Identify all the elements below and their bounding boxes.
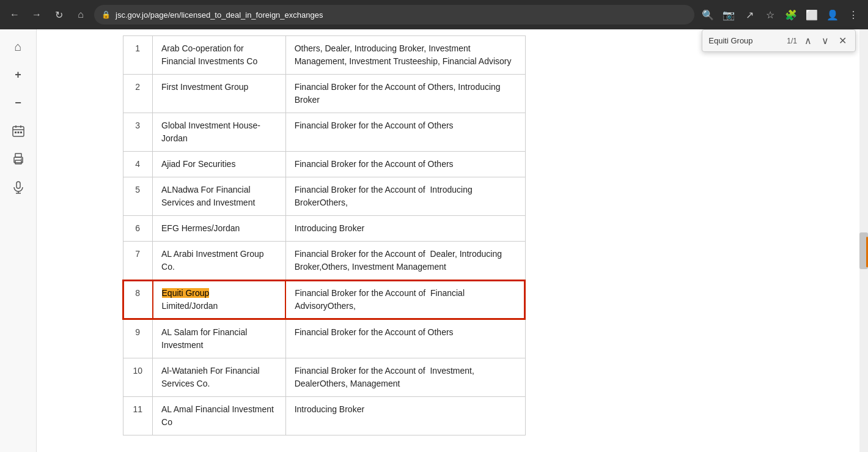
sidebar-calendar-icon[interactable] (7, 120, 29, 142)
window-button[interactable]: ⬜ (803, 6, 820, 23)
company-type: Financial Broker for the Account of Inve… (285, 358, 525, 397)
company-name: AL Salam for Financial Investment (153, 319, 286, 358)
row-number: 10 (123, 358, 153, 397)
svg-point-10 (21, 158, 22, 160)
table-row: 9 AL Salam for Financial Investment Fina… (123, 319, 525, 358)
profile-button[interactable]: 👤 (824, 6, 841, 23)
sidebar-home-icon[interactable]: ⌂ (7, 35, 29, 57)
extensions-button[interactable]: 🧩 (782, 6, 800, 23)
company-type: Financial Broker for the Account of Othe… (285, 113, 525, 152)
company-type: Financial Broker for the Account of Othe… (285, 75, 525, 113)
svg-rect-9 (15, 160, 21, 164)
highlighted-company-name: Equiti Group (162, 288, 210, 298)
company-type: Financial Broker for the Account of Fina… (285, 280, 525, 319)
svg-rect-6 (20, 132, 22, 133)
table-row: 2 First Investment Group Financial Broke… (123, 75, 525, 113)
search-lens-button[interactable]: 🔍 (699, 6, 716, 23)
sidebar-zoom-out-icon[interactable]: − (7, 92, 29, 114)
home-button[interactable]: ⌂ (72, 6, 89, 23)
find-count: 1/1 (787, 37, 797, 45)
company-name: AL Arabi Investment Group Co. (153, 242, 286, 281)
table-row: 3 Global Investment House-Jordan Financi… (123, 113, 525, 152)
table-row-highlighted: 8 Equiti Group Limited/Jordan Financial … (123, 280, 525, 319)
company-type: Financial Broker for the Account of Intr… (285, 177, 525, 216)
main-table: 1 Arab Co-operation for Financial Invest… (122, 35, 526, 435)
table-row: 4 Ajiad For Securities Financial Broker … (123, 152, 525, 177)
lock-icon: 🔒 (101, 10, 111, 19)
row-number: 7 (123, 242, 153, 281)
table-row: 7 AL Arabi Investment Group Co. Financia… (123, 242, 525, 281)
url-text: jsc.gov.jo/page/en/licensed_to_deal_in_f… (116, 10, 323, 20)
sidebar: ⌂ + − (0, 29, 37, 452)
back-button[interactable]: ← (6, 6, 23, 23)
svg-rect-11 (17, 182, 20, 188)
screenshot-button[interactable]: 📷 (720, 6, 737, 23)
table-row: 10 Al-Watanieh For Financial Services Co… (123, 358, 525, 397)
row-number: 9 (123, 319, 153, 358)
browser-actions: 🔍 📷 ↗ ☆ 🧩 ⬜ 👤 ⋮ (699, 6, 862, 23)
table-row: 6 EFG Hermes/Jordan Introducing Broker (123, 216, 525, 242)
company-name: First Investment Group (153, 75, 286, 113)
svg-rect-4 (15, 132, 17, 133)
company-type: Others, Dealer, Introducing Broker, Inve… (285, 36, 525, 75)
table-row: 5 ALNadwa For Financial Services and Inv… (123, 177, 525, 216)
main-area: ⌂ + − (0, 29, 868, 452)
company-type: Financial Broker for the Account of Othe… (285, 152, 525, 177)
forward-button[interactable]: → (28, 6, 45, 23)
table-row: 1 Arab Co-operation for Financial Invest… (123, 36, 525, 75)
row-number: 2 (123, 75, 153, 113)
table-row: 11 AL Amal Financial Investment Co Intro… (123, 397, 525, 435)
company-name-highlighted: Equiti Group Limited/Jordan (153, 280, 286, 319)
menu-button[interactable]: ⋮ (845, 6, 862, 23)
sidebar-zoom-in-icon[interactable]: + (7, 64, 29, 86)
row-number: 11 (123, 397, 153, 435)
scrollbar-track[interactable] (859, 29, 868, 452)
company-name-suffix: Limited/Jordan (162, 301, 218, 311)
company-name: Arab Co-operation for Financial Investme… (153, 36, 286, 75)
browser-chrome: ← → ↻ ⌂ 🔒 jsc.gov.jo/page/en/licensed_to… (0, 0, 868, 29)
company-type: Introducing Broker (285, 216, 525, 242)
company-type: Financial Broker for the Account of Deal… (285, 242, 525, 281)
row-number: 3 (123, 113, 153, 152)
sidebar-mic-icon[interactable] (7, 176, 29, 198)
company-name: ALNadwa For Financial Services and Inves… (153, 177, 286, 216)
row-number: 4 (123, 152, 153, 177)
svg-rect-5 (17, 132, 19, 133)
reload-button[interactable]: ↻ (50, 6, 67, 23)
find-prev-button[interactable]: ∧ (802, 34, 814, 48)
find-input[interactable] (708, 36, 782, 45)
company-name: Al-Watanieh For Financial Services Co. (153, 358, 286, 397)
row-number: 6 (123, 216, 153, 242)
share-button[interactable]: ↗ (741, 6, 758, 23)
address-bar[interactable]: 🔒 jsc.gov.jo/page/en/licensed_to_deal_in… (94, 5, 694, 24)
find-close-button[interactable]: ✕ (836, 34, 849, 48)
svg-rect-8 (15, 154, 21, 157)
company-name: Global Investment House-Jordan (153, 113, 286, 152)
row-number: 1 (123, 36, 153, 75)
company-name: AL Amal Financial Investment Co (153, 397, 286, 435)
bookmark-button[interactable]: ☆ (762, 6, 779, 23)
company-type: Introducing Broker (285, 397, 525, 435)
company-name: EFG Hermes/Jordan (153, 216, 286, 242)
page-content[interactable]: 1 Arab Co-operation for Financial Invest… (37, 29, 868, 452)
row-number: 5 (123, 177, 153, 216)
company-type: Financial Broker for the Account of Othe… (285, 319, 525, 358)
find-next-button[interactable]: ∨ (819, 34, 831, 48)
company-name: Ajiad For Securities (153, 152, 286, 177)
row-number: 8 (123, 280, 153, 319)
find-bar: 1/1 ∧ ∨ ✕ (702, 29, 856, 52)
sidebar-print-icon[interactable] (7, 148, 29, 170)
